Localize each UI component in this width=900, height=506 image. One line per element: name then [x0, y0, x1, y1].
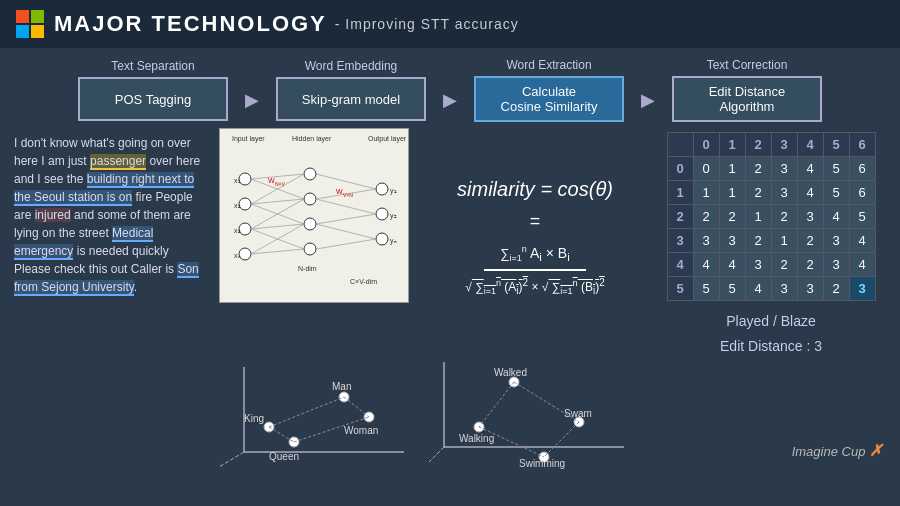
word-vector-diagram-left: King Queen Man Woman	[214, 352, 414, 460]
table-cell: 4	[849, 253, 875, 277]
table-cell: 0	[693, 157, 719, 181]
svg-text:Walked: Walked	[494, 367, 527, 378]
svg-text:x₃: x₃	[234, 227, 241, 234]
table-cell: 4	[719, 253, 745, 277]
table-cell: 1	[745, 205, 771, 229]
svg-text:Walking: Walking	[459, 433, 494, 444]
svg-text:N-dim: N-dim	[298, 265, 317, 272]
svg-text:y₂: y₂	[390, 212, 397, 220]
svg-line-71	[479, 382, 514, 427]
transcript-panel: I don't know what's going on over here I…	[14, 128, 204, 348]
svg-line-33	[316, 199, 376, 214]
svg-text:King: King	[244, 413, 264, 424]
table-cell: 2	[719, 205, 745, 229]
svg-text:Man: Man	[332, 381, 351, 392]
formula-line1: similarity = cos(θ)	[457, 178, 613, 201]
imagine-cup-logo: Imagine Cup ✗	[792, 441, 882, 460]
arrow-icon-0: ▶	[243, 89, 261, 111]
svg-line-45	[219, 452, 244, 467]
table-cell: 0	[693, 133, 719, 157]
table-row: 1 1 1 2 3 4 5 6	[667, 181, 875, 205]
nn-diagram-panel: Input layer Hidden layer Output layer x₁…	[214, 128, 414, 348]
pipeline-item-text-separation: Text Separation POS Tagging	[63, 59, 243, 121]
svg-text:yₙ: yₙ	[390, 237, 397, 245]
table-cell: 3	[745, 253, 771, 277]
svg-text:Swimming: Swimming	[519, 458, 565, 469]
table-cell: 1	[719, 157, 745, 181]
table-cell: 5	[693, 277, 719, 301]
table-cell: 3	[823, 253, 849, 277]
pipeline-item-word-embedding: Word Embedding Skip-gram model	[261, 59, 441, 121]
svg-text:Input layer: Input layer	[232, 135, 265, 143]
svg-text:y₁: y₁	[390, 187, 397, 195]
table-cell: 3	[771, 181, 797, 205]
svg-text:Output layer: Output layer	[368, 135, 407, 143]
pipeline-box-1: Skip-gram model	[276, 77, 426, 121]
svg-point-3	[239, 173, 251, 185]
table-cell: 2	[771, 205, 797, 229]
table-cell: 5	[719, 277, 745, 301]
table-cell: 4	[823, 205, 849, 229]
formula-fraction: ∑i=1n Ai × Bi √ ∑i=1n (Ai)2 × √ ∑i=1n (B…	[461, 242, 609, 299]
table-cell: 3	[771, 133, 797, 157]
table-cell: 3	[797, 205, 823, 229]
word-vector-left	[14, 352, 204, 460]
svg-point-14	[304, 243, 316, 255]
pipeline-item-word-extraction: Word Extraction CalculateCosine Similari…	[459, 58, 639, 122]
table-cell: 5	[823, 133, 849, 157]
svg-line-72	[544, 422, 579, 457]
pipeline-box-3: Edit DistanceAlgorithm	[672, 76, 822, 122]
table-cell: 3	[771, 277, 797, 301]
svg-line-34	[316, 214, 376, 224]
table-cell: 3	[823, 229, 849, 253]
table-row: 3 3 3 2 1 2 3 4	[667, 229, 875, 253]
table-cell: 3	[719, 229, 745, 253]
edit-distance-table: 0 1 2 3 4 5 6 0 0 1 2 3 4 5 6	[667, 132, 876, 301]
table-cell	[667, 133, 693, 157]
table-cell: 1	[667, 181, 693, 205]
wv-right-svg: Walked Swam Walking Swimming	[424, 352, 644, 472]
svg-text:N×V: N×V	[275, 181, 286, 187]
ed-info-line1: Played / Blaze	[720, 309, 822, 334]
svg-line-54	[269, 397, 344, 427]
svg-text:V×N: V×N	[343, 192, 353, 198]
header: MAJOR TECHNOLOGY - Improving STT accurac…	[0, 0, 900, 48]
table-cell: 2	[693, 205, 719, 229]
svg-point-4	[239, 198, 251, 210]
svg-point-12	[304, 193, 316, 205]
pipeline-box-2: CalculateCosine Similarity	[474, 76, 624, 122]
table-row: 5 5 5 4 3 3 2 3	[667, 277, 875, 301]
table-row: 0 0 1 2 3 4 5 6	[667, 157, 875, 181]
table-cell: 3	[771, 157, 797, 181]
table-row: 2 2 2 1 2 3 4 5	[667, 205, 875, 229]
svg-line-31	[316, 174, 376, 189]
table-cell: 3	[797, 277, 823, 301]
svg-text:W: W	[336, 188, 343, 195]
table-cell: 3	[849, 277, 875, 301]
table-cell: 2	[771, 253, 797, 277]
formula-panel: similarity = cos(θ) = ∑i=1n Ai × Bi √ ∑i…	[424, 128, 646, 348]
svg-text:Swam: Swam	[564, 408, 592, 419]
svg-text:x₁: x₁	[234, 177, 241, 184]
table-cell: 4	[667, 253, 693, 277]
table-cell: 2	[797, 229, 823, 253]
table-cell: 5	[823, 181, 849, 205]
svg-line-60	[429, 447, 444, 462]
table-cell: 1	[719, 133, 745, 157]
table-cell: 4	[693, 253, 719, 277]
svg-text:Queen: Queen	[269, 451, 299, 462]
table-cell: 5	[849, 205, 875, 229]
right-panel: 0 1 2 3 4 5 6 0 0 1 2 3 4 5 6	[656, 128, 886, 348]
svg-point-16	[376, 208, 388, 220]
table-cell: 2	[667, 205, 693, 229]
formula-equals: =	[530, 211, 541, 232]
pipeline-label-0: Text Separation	[111, 59, 194, 73]
main-content: I don't know what's going on over here I…	[0, 128, 900, 348]
table-cell: 2	[745, 157, 771, 181]
table-row-header: 0 1 2 3 4 5 6	[667, 133, 875, 157]
table-cell: 6	[849, 157, 875, 181]
svg-point-11	[304, 168, 316, 180]
svg-line-36	[316, 239, 376, 249]
svg-text:C×V-dim: C×V-dim	[350, 278, 377, 285]
table-cell: 3	[693, 229, 719, 253]
